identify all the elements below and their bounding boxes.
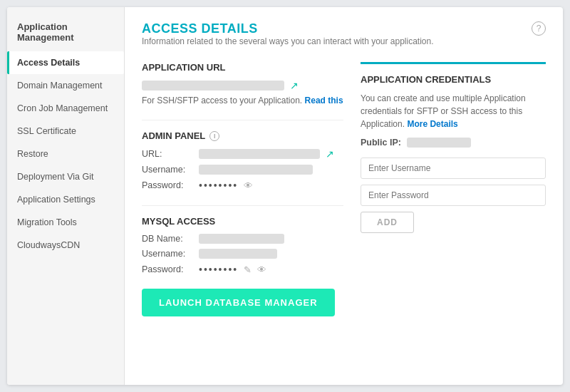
mysql-password-label: Password: — [142, 264, 193, 274]
page-title: ACCESS DETAILS — [142, 21, 434, 36]
mysql-title: MYSQL ACCESS — [142, 216, 343, 227]
admin-url-row: URL: ↗ — [142, 148, 343, 160]
sidebar: Application Management Access Details Do… — [7, 7, 125, 385]
public-ip-label: Public IP: — [361, 138, 401, 148]
ssh-note: For SSH/SFTP access to your Application.… — [142, 96, 343, 105]
sidebar-item-app-settings[interactable]: Application Settings — [7, 188, 124, 211]
admin-url-label: URL: — [142, 149, 193, 159]
main-content: ACCESS DETAILS Information related to th… — [125, 7, 563, 385]
app-url-title: APPLICATION URL — [142, 62, 343, 73]
admin-username-row: Username: — [142, 165, 343, 175]
public-ip-value — [407, 138, 471, 148]
credentials-panel: APPLICATION CREDENTIALS You can create a… — [361, 62, 546, 233]
admin-panel-title: ADMIN PANEL i — [142, 130, 343, 141]
admin-url-value — [199, 149, 320, 159]
admin-password-row: Password: •••••••• 👁 — [142, 180, 343, 191]
admin-panel-section: ADMIN PANEL i URL: ↗ Username: Password: — [142, 130, 343, 191]
sidebar-item-restore[interactable]: Restore — [7, 143, 124, 165]
admin-password-show-icon[interactable]: 👁 — [244, 180, 253, 191]
launch-db-manager-button[interactable]: LAUNCH DATABASE MANAGER — [142, 289, 335, 316]
sidebar-title: Application Management — [7, 14, 124, 51]
sidebar-item-ssl[interactable]: SSL Certificate — [7, 120, 124, 143]
external-link-icon[interactable]: ↗ — [290, 80, 299, 91]
page-subtitle: Information related to the several ways … — [142, 36, 434, 46]
mysql-username-value — [199, 249, 277, 259]
mysql-username-row: Username: — [142, 249, 343, 259]
mysql-dbname-value — [199, 234, 284, 244]
sidebar-item-cron-job[interactable]: Cron Job Management — [7, 97, 124, 120]
help-icon[interactable]: ? — [532, 21, 546, 36]
admin-password-dots: •••••••• — [199, 180, 238, 191]
add-credentials-button[interactable]: ADD — [361, 212, 414, 233]
mysql-section: MYSQL ACCESS DB Name: Username: Password… — [142, 216, 343, 316]
username-input[interactable] — [361, 158, 546, 179]
right-column: APPLICATION CREDENTIALS You can create a… — [361, 62, 546, 331]
mysql-password-dots: •••••••• — [199, 264, 238, 275]
admin-panel-info-icon[interactable]: i — [209, 131, 219, 141]
sidebar-item-migration[interactable]: Migration Tools — [7, 211, 124, 234]
app-url-value — [142, 81, 284, 91]
sidebar-item-cdn[interactable]: CloudwaysCDN — [7, 234, 124, 257]
mysql-password-show-icon[interactable]: 👁 — [257, 264, 266, 275]
mysql-password-row: Password: •••••••• ✎ 👁 — [142, 264, 343, 275]
admin-username-value — [199, 165, 313, 175]
public-ip-row: Public IP: — [361, 138, 546, 148]
sidebar-item-git[interactable]: Deployment Via Git — [7, 165, 124, 188]
more-details-link[interactable]: More Details — [407, 119, 457, 129]
admin-username-label: Username: — [142, 165, 193, 175]
mysql-password-edit-icon[interactable]: ✎ — [244, 264, 252, 275]
admin-external-link-icon[interactable]: ↗ — [326, 148, 334, 160]
page-header: ACCESS DETAILS Information related to th… — [142, 21, 546, 59]
mysql-dbname-row: DB Name: — [142, 234, 343, 244]
app-url-section: APPLICATION URL ↗ For SSH/SFTP access to… — [142, 62, 343, 105]
credentials-title: APPLICATION CREDENTIALS — [361, 74, 546, 85]
mysql-dbname-label: DB Name: — [142, 234, 193, 244]
content-grid: APPLICATION URL ↗ For SSH/SFTP access to… — [142, 62, 546, 331]
admin-password-label: Password: — [142, 180, 193, 190]
read-this-link[interactable]: Read this — [305, 96, 343, 105]
credentials-desc: You can create and use multiple Applicat… — [361, 92, 546, 130]
app-url-row: ↗ — [142, 80, 343, 91]
sidebar-item-access-details[interactable]: Access Details — [7, 51, 124, 74]
left-column: APPLICATION URL ↗ For SSH/SFTP access to… — [142, 62, 343, 331]
mysql-username-label: Username: — [142, 249, 193, 259]
password-input[interactable] — [361, 185, 546, 206]
sidebar-item-domain-management[interactable]: Domain Management — [7, 74, 124, 97]
